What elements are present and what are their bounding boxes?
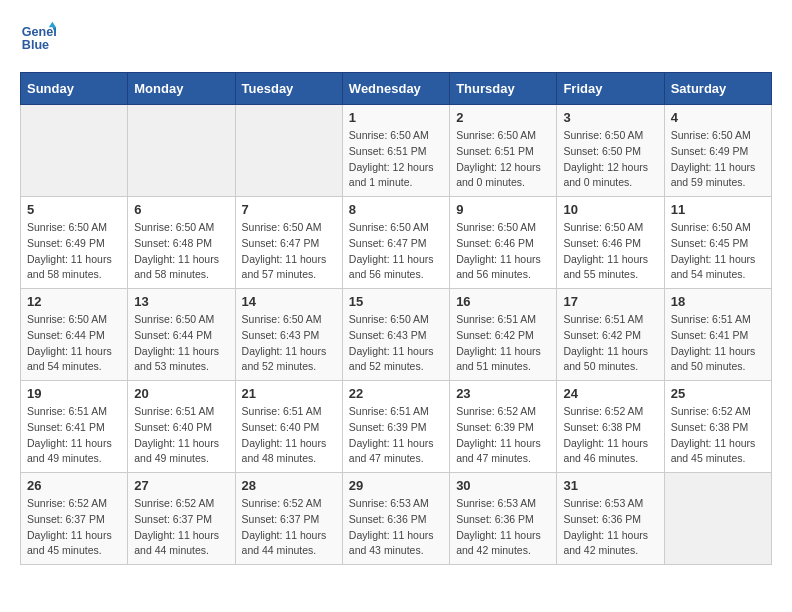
calendar-cell: [235, 105, 342, 197]
calendar-table: SundayMondayTuesdayWednesdayThursdayFrid…: [20, 72, 772, 565]
day-number: 29: [349, 478, 443, 493]
day-info: Sunrise: 6:52 AMSunset: 6:38 PMDaylight:…: [671, 404, 765, 467]
day-number: 14: [242, 294, 336, 309]
calendar-cell: 21Sunrise: 6:51 AMSunset: 6:40 PMDayligh…: [235, 381, 342, 473]
day-number: 23: [456, 386, 550, 401]
day-info: Sunrise: 6:52 AMSunset: 6:37 PMDaylight:…: [242, 496, 336, 559]
calendar-cell: 14Sunrise: 6:50 AMSunset: 6:43 PMDayligh…: [235, 289, 342, 381]
week-row-2: 5Sunrise: 6:50 AMSunset: 6:49 PMDaylight…: [21, 197, 772, 289]
day-info: Sunrise: 6:50 AMSunset: 6:45 PMDaylight:…: [671, 220, 765, 283]
day-number: 1: [349, 110, 443, 125]
logo: General Blue: [20, 20, 60, 56]
day-number: 15: [349, 294, 443, 309]
calendar-cell: 12Sunrise: 6:50 AMSunset: 6:44 PMDayligh…: [21, 289, 128, 381]
day-info: Sunrise: 6:50 AMSunset: 6:47 PMDaylight:…: [349, 220, 443, 283]
calendar-header: SundayMondayTuesdayWednesdayThursdayFrid…: [21, 73, 772, 105]
calendar-cell: 1Sunrise: 6:50 AMSunset: 6:51 PMDaylight…: [342, 105, 449, 197]
calendar-cell: 22Sunrise: 6:51 AMSunset: 6:39 PMDayligh…: [342, 381, 449, 473]
day-info: Sunrise: 6:50 AMSunset: 6:51 PMDaylight:…: [349, 128, 443, 191]
svg-text:Blue: Blue: [22, 38, 49, 52]
day-info: Sunrise: 6:51 AMSunset: 6:41 PMDaylight:…: [27, 404, 121, 467]
calendar-cell: 11Sunrise: 6:50 AMSunset: 6:45 PMDayligh…: [664, 197, 771, 289]
day-number: 24: [563, 386, 657, 401]
logo-icon: General Blue: [20, 20, 56, 56]
calendar-cell: [21, 105, 128, 197]
week-row-4: 19Sunrise: 6:51 AMSunset: 6:41 PMDayligh…: [21, 381, 772, 473]
day-info: Sunrise: 6:50 AMSunset: 6:49 PMDaylight:…: [671, 128, 765, 191]
day-info: Sunrise: 6:53 AMSunset: 6:36 PMDaylight:…: [563, 496, 657, 559]
day-info: Sunrise: 6:51 AMSunset: 6:42 PMDaylight:…: [456, 312, 550, 375]
calendar-cell: 6Sunrise: 6:50 AMSunset: 6:48 PMDaylight…: [128, 197, 235, 289]
day-number: 17: [563, 294, 657, 309]
day-number: 25: [671, 386, 765, 401]
day-number: 18: [671, 294, 765, 309]
week-row-1: 1Sunrise: 6:50 AMSunset: 6:51 PMDaylight…: [21, 105, 772, 197]
calendar-cell: 3Sunrise: 6:50 AMSunset: 6:50 PMDaylight…: [557, 105, 664, 197]
day-header-friday: Friday: [557, 73, 664, 105]
calendar-cell: 30Sunrise: 6:53 AMSunset: 6:36 PMDayligh…: [450, 473, 557, 565]
day-number: 19: [27, 386, 121, 401]
day-info: Sunrise: 6:52 AMSunset: 6:39 PMDaylight:…: [456, 404, 550, 467]
day-info: Sunrise: 6:51 AMSunset: 6:41 PMDaylight:…: [671, 312, 765, 375]
day-header-thursday: Thursday: [450, 73, 557, 105]
week-row-5: 26Sunrise: 6:52 AMSunset: 6:37 PMDayligh…: [21, 473, 772, 565]
day-info: Sunrise: 6:50 AMSunset: 6:43 PMDaylight:…: [349, 312, 443, 375]
day-number: 26: [27, 478, 121, 493]
day-number: 12: [27, 294, 121, 309]
calendar-cell: 10Sunrise: 6:50 AMSunset: 6:46 PMDayligh…: [557, 197, 664, 289]
day-number: 11: [671, 202, 765, 217]
day-number: 27: [134, 478, 228, 493]
day-info: Sunrise: 6:50 AMSunset: 6:50 PMDaylight:…: [563, 128, 657, 191]
page-header: General Blue: [20, 20, 772, 56]
day-header-sunday: Sunday: [21, 73, 128, 105]
day-info: Sunrise: 6:50 AMSunset: 6:48 PMDaylight:…: [134, 220, 228, 283]
calendar-cell: 13Sunrise: 6:50 AMSunset: 6:44 PMDayligh…: [128, 289, 235, 381]
day-header-monday: Monday: [128, 73, 235, 105]
day-header-saturday: Saturday: [664, 73, 771, 105]
day-number: 5: [27, 202, 121, 217]
day-info: Sunrise: 6:51 AMSunset: 6:39 PMDaylight:…: [349, 404, 443, 467]
day-info: Sunrise: 6:53 AMSunset: 6:36 PMDaylight:…: [456, 496, 550, 559]
day-number: 6: [134, 202, 228, 217]
day-number: 3: [563, 110, 657, 125]
calendar-cell: [664, 473, 771, 565]
day-number: 7: [242, 202, 336, 217]
day-info: Sunrise: 6:50 AMSunset: 6:47 PMDaylight:…: [242, 220, 336, 283]
calendar-cell: 15Sunrise: 6:50 AMSunset: 6:43 PMDayligh…: [342, 289, 449, 381]
calendar-cell: 26Sunrise: 6:52 AMSunset: 6:37 PMDayligh…: [21, 473, 128, 565]
calendar-cell: 9Sunrise: 6:50 AMSunset: 6:46 PMDaylight…: [450, 197, 557, 289]
day-number: 4: [671, 110, 765, 125]
calendar-cell: 31Sunrise: 6:53 AMSunset: 6:36 PMDayligh…: [557, 473, 664, 565]
calendar-cell: 17Sunrise: 6:51 AMSunset: 6:42 PMDayligh…: [557, 289, 664, 381]
day-number: 20: [134, 386, 228, 401]
day-info: Sunrise: 6:51 AMSunset: 6:42 PMDaylight:…: [563, 312, 657, 375]
day-info: Sunrise: 6:50 AMSunset: 6:46 PMDaylight:…: [563, 220, 657, 283]
calendar-body: 1Sunrise: 6:50 AMSunset: 6:51 PMDaylight…: [21, 105, 772, 565]
calendar-cell: 28Sunrise: 6:52 AMSunset: 6:37 PMDayligh…: [235, 473, 342, 565]
calendar-cell: 2Sunrise: 6:50 AMSunset: 6:51 PMDaylight…: [450, 105, 557, 197]
day-number: 2: [456, 110, 550, 125]
day-info: Sunrise: 6:50 AMSunset: 6:46 PMDaylight:…: [456, 220, 550, 283]
day-info: Sunrise: 6:52 AMSunset: 6:37 PMDaylight:…: [27, 496, 121, 559]
calendar-cell: 5Sunrise: 6:50 AMSunset: 6:49 PMDaylight…: [21, 197, 128, 289]
calendar-cell: 29Sunrise: 6:53 AMSunset: 6:36 PMDayligh…: [342, 473, 449, 565]
day-header-tuesday: Tuesday: [235, 73, 342, 105]
header-row: SundayMondayTuesdayWednesdayThursdayFrid…: [21, 73, 772, 105]
calendar-cell: 18Sunrise: 6:51 AMSunset: 6:41 PMDayligh…: [664, 289, 771, 381]
day-number: 16: [456, 294, 550, 309]
day-info: Sunrise: 6:50 AMSunset: 6:49 PMDaylight:…: [27, 220, 121, 283]
day-number: 30: [456, 478, 550, 493]
day-number: 21: [242, 386, 336, 401]
calendar-cell: 19Sunrise: 6:51 AMSunset: 6:41 PMDayligh…: [21, 381, 128, 473]
calendar-cell: [128, 105, 235, 197]
day-number: 10: [563, 202, 657, 217]
calendar-cell: 27Sunrise: 6:52 AMSunset: 6:37 PMDayligh…: [128, 473, 235, 565]
day-info: Sunrise: 6:50 AMSunset: 6:44 PMDaylight:…: [27, 312, 121, 375]
calendar-cell: 20Sunrise: 6:51 AMSunset: 6:40 PMDayligh…: [128, 381, 235, 473]
calendar-cell: 24Sunrise: 6:52 AMSunset: 6:38 PMDayligh…: [557, 381, 664, 473]
day-number: 8: [349, 202, 443, 217]
day-header-wednesday: Wednesday: [342, 73, 449, 105]
calendar-cell: 7Sunrise: 6:50 AMSunset: 6:47 PMDaylight…: [235, 197, 342, 289]
day-info: Sunrise: 6:52 AMSunset: 6:37 PMDaylight:…: [134, 496, 228, 559]
day-info: Sunrise: 6:50 AMSunset: 6:51 PMDaylight:…: [456, 128, 550, 191]
